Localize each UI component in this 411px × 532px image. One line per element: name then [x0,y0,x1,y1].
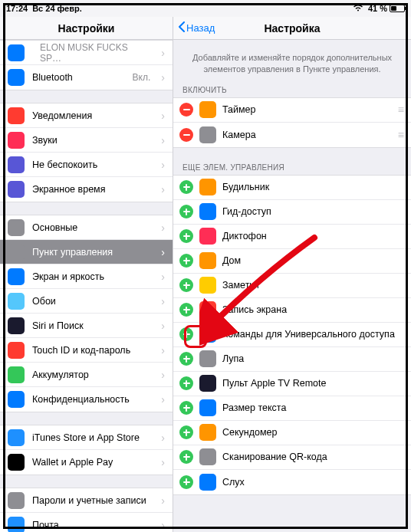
sidebar-item-ctl[interactable]: Пункт управления › [0,240,173,264]
sidebar-item-key[interactable]: Пароли и учетные записи › [0,488,173,513]
battery-indicator: 41 % [368,4,405,13]
sidebar-item-bell[interactable]: Уведомления › [0,103,173,128]
app-icon [199,474,216,491]
sidebar-item-touch[interactable]: Touch ID и код-пароль › [0,338,173,363]
add-button[interactable] [179,180,193,194]
key-icon [8,492,25,509]
included-item[interactable]: Таймер ≡ [173,98,411,123]
sidebar-item-priv[interactable]: Конфиденциальность › [0,387,173,412]
item-label: Размер текста [222,402,405,413]
app-icon [199,301,216,318]
reorder-handle[interactable]: ≡ [398,129,405,141]
settings-sidebar: Настройки Wi-Fi ELON MUSK FUCKS SP… › Bl… [0,17,173,532]
item-label: Сканирование QR-кода [222,452,405,462]
more-item[interactable]: Слух [173,470,411,494]
priv-icon [8,391,25,408]
chevron-right-icon: › [161,110,165,122]
sidebar-title: Настройки [0,17,173,40]
sidebar-item-as[interactable]: iTunes Store и App Store › [0,425,173,450]
row-label: Экран и яркость [32,271,153,282]
row-label: Не беспокоить [32,159,153,170]
row-label: Аккумулятор [32,369,153,380]
reorder-handle[interactable]: ≡ [398,103,405,116]
add-button[interactable] [179,425,193,439]
more-item[interactable]: Сканирование QR-кода [173,445,411,470]
app-icon [199,101,216,118]
add-button[interactable] [179,229,193,243]
remove-button[interactable] [179,103,193,117]
more-item[interactable]: Дом [173,249,411,274]
app-icon [199,375,216,392]
status-time: 17:24 [6,4,28,13]
add-button[interactable] [179,327,193,341]
add-button[interactable] [179,475,193,489]
row-label: Siri и Поиск [32,320,153,331]
row-label: Звуки [32,135,153,146]
item-label: Будильник [222,182,405,192]
bell-icon [8,107,25,124]
item-label: Секундомер [222,427,405,438]
more-item[interactable]: Гид-доступ [173,200,411,225]
item-label: Лупа [222,353,405,364]
wifi-icon [353,4,363,13]
touch-icon [8,342,25,359]
sidebar-item-mail[interactable]: Почта › [0,513,173,532]
bt-icon [8,69,25,86]
more-item[interactable]: Команды для Универсального доступа [173,323,411,347]
row-detail: ELON MUSK FUCKS SP… [40,42,150,64]
add-button[interactable] [179,401,193,415]
mail-icon [8,517,25,533]
add-button[interactable] [179,278,193,292]
add-button[interactable] [179,352,193,366]
add-button[interactable] [179,205,193,218]
app-icon [199,326,216,343]
row-label: Wallet и Apple Pay [32,457,153,468]
gear-icon [8,219,25,236]
more-item[interactable]: Заметки [173,274,411,298]
row-label: Основные [32,222,153,233]
add-button[interactable] [179,450,193,464]
more-item[interactable]: Размер текста [173,396,411,421]
row-label: Экранное время [32,184,153,195]
sidebar-item-wall[interactable]: Обои › [0,289,173,314]
app-icon [199,203,216,220]
more-item[interactable]: Секундомер [173,421,411,445]
add-button[interactable] [179,303,193,317]
included-item[interactable]: Камера ≡ [173,123,411,147]
add-button[interactable] [179,254,193,268]
sidebar-item-moon[interactable]: Не беспокоить › [0,153,173,177]
more-item[interactable]: Пульт Apple TV Remote [173,372,411,396]
sidebar-item-hour[interactable]: Экранное время › [0,177,173,202]
row-label: iTunes Store и App Store [32,432,153,443]
row-label: Bluetooth [32,72,125,83]
app-icon [199,126,216,143]
sidebar-item-gear[interactable]: Основные › [0,215,173,240]
hour-icon [8,181,25,198]
sidebar-item-batt[interactable]: Аккумулятор › [0,363,173,387]
app-icon [199,448,216,465]
row-detail: Вкл. [133,72,151,83]
row-label: Пароли и учетные записи [32,495,153,506]
add-button[interactable] [179,376,193,390]
remove-button[interactable] [179,128,193,142]
sidebar-item-bright[interactable]: Экран и яркость › [0,264,173,289]
row-label: Конфиденциальность [32,394,153,405]
app-icon [199,350,216,367]
sidebar-item-sound[interactable]: Звуки › [0,128,173,153]
sidebar-item-wifi[interactable]: Wi-Fi ELON MUSK FUCKS SP… › [0,41,173,65]
more-item[interactable]: Запись экрана [173,298,411,323]
chevron-right-icon: › [161,494,165,507]
sidebar-item-wal[interactable]: Wallet и Apple Pay › [0,450,173,475]
sidebar-item-siri[interactable]: Siri и Поиск › [0,314,173,338]
more-item[interactable]: Будильник [173,176,411,200]
status-date: Вс 24 февр. [32,4,82,13]
back-button[interactable]: Назад [178,21,215,34]
more-item[interactable]: Лупа [173,347,411,372]
item-label: Диктофон [222,231,405,241]
as-icon [8,429,25,446]
more-item[interactable]: Диктофон [173,225,411,249]
bright-icon [8,268,25,285]
sidebar-item-bt[interactable]: Bluetooth Вкл. › [0,65,173,90]
wall-icon [8,293,25,310]
moon-icon [8,156,25,173]
